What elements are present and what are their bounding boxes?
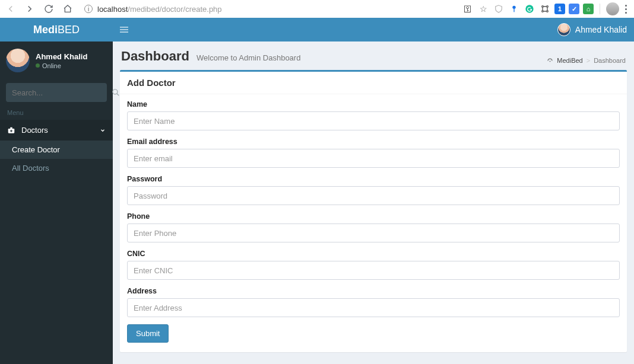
svg-rect-1 [513,8,514,12]
svg-line-11 [117,94,119,96]
extension-dev-icon[interactable] [539,3,551,15]
chrome-profile-avatar[interactable] [606,2,619,15]
extension-green-square-icon[interactable]: ⌂ [583,4,594,14]
svg-point-4 [547,6,549,8]
nav-back-button[interactable] [2,1,19,17]
svg-point-16 [550,60,551,62]
nav-home-button[interactable] [59,1,76,17]
input-name[interactable] [127,111,620,130]
topbar-username: Ahmed Khalid [575,25,627,34]
label-address: Address [127,287,620,295]
sidebar-search-input[interactable] [12,88,112,97]
sidebar-toggle-button[interactable] [120,25,128,34]
app-logo[interactable]: MediBED [0,18,113,41]
svg-point-3 [542,6,544,8]
extension-grammarly-icon[interactable] [524,3,535,15]
sidebar-username: Ahmed Khalid [36,52,87,61]
topbar-user-menu[interactable]: Ahmed Khalid [557,23,627,36]
password-key-icon[interactable]: ⚿ [462,3,474,15]
input-password[interactable] [127,186,620,205]
input-address[interactable] [127,298,620,317]
sidebar-search[interactable] [6,83,107,102]
extension-shield-icon[interactable] [493,3,505,15]
sidebar-menu-header: Menu [0,102,113,120]
extension-icon-blue-pin[interactable] [508,3,520,15]
breadcrumb-separator: > [587,57,590,64]
label-phone: Phone [127,212,620,221]
add-doctor-form: NameEmail addressPasswordPhoneCNICAddres… [127,100,620,343]
sidebar-item-doctors[interactable]: Doctors [0,120,113,141]
label-email-address: Email address [127,138,620,146]
svg-rect-7 [120,27,128,27]
extension-blue-square-icon[interactable]: 1 [554,4,565,14]
sidebar-user-status: Online [36,62,87,69]
chrome-menu-button[interactable] [623,2,629,16]
page-title: Dashboard Welcome to Admin Dashboard [121,49,300,64]
sidebar-user-panel: Ahmed Khalid Online [0,41,113,79]
input-email-address[interactable] [127,149,620,168]
svg-rect-13 [10,127,12,128]
sidebar-subitem-create-doctor[interactable]: Create Doctor [0,141,113,159]
app-topbar: Ahmed Khalid [113,18,634,41]
chevron-down-icon [100,127,106,133]
breadcrumb-current: Dashboard [594,57,626,64]
input-cnic[interactable] [127,261,620,280]
label-password: Password [127,175,620,183]
avatar [557,23,570,36]
medkit-icon [7,126,15,135]
form-box: Add Doctor NameEmail addressPasswordPhon… [120,70,627,352]
extension-check-icon[interactable]: ✓ [569,4,579,14]
sidebar: Ahmed Khalid Online Menu Doctors Create [0,18,113,364]
bookmark-star-icon[interactable]: ☆ [477,3,489,15]
submit-button[interactable]: Submit [127,324,169,343]
nav-reload-button[interactable] [40,1,57,17]
box-title: Add Doctor [127,78,620,88]
label-name: Name [127,100,620,108]
site-info-icon[interactable]: i [84,5,93,13]
svg-point-6 [547,11,549,12]
avatar [6,49,30,72]
breadcrumb: MediBed > Dashboard [547,57,626,64]
url-text: localhost/medibed/doctor/create.php [97,5,222,14]
sidebar-item-label: Doctors [21,126,48,135]
content-area: Dashboard Welcome to Admin Dashboard Med… [113,18,634,364]
address-bar[interactable]: i localhost/medibed/doctor/create.php [78,2,387,16]
svg-rect-15 [10,130,12,131]
svg-point-0 [512,6,515,9]
chrome-separator [600,4,600,14]
browser-toolbar: i localhost/medibed/doctor/create.php ⚿ … [0,0,634,18]
sidebar-subitem-all-doctors[interactable]: All Doctors [0,159,113,177]
svg-rect-8 [120,29,128,30]
breadcrumb-root[interactable]: MediBed [557,57,582,64]
search-icon[interactable] [112,88,120,97]
nav-forward-button[interactable] [21,1,38,17]
svg-rect-9 [120,32,128,33]
status-dot-icon [36,63,40,68]
input-phone[interactable] [127,223,620,242]
dashboard-icon [547,58,553,64]
svg-point-10 [113,90,118,94]
label-cnic: CNIC [127,250,620,258]
svg-point-5 [542,11,544,12]
